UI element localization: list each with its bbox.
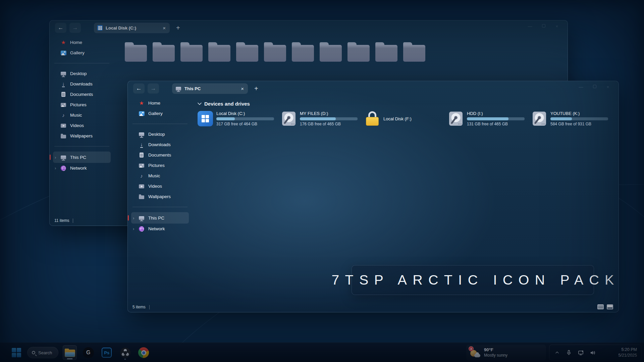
videos-icon (60, 124, 66, 128)
windows-drive-icon (97, 25, 103, 31)
folder-icon[interactable] (292, 42, 314, 62)
sidebar-item-gallery[interactable]: Gallery (53, 48, 111, 58)
window-controls: — × (579, 85, 609, 89)
back-button[interactable]: ← (133, 83, 145, 94)
sidebar-item-documents[interactable]: Documents (53, 89, 111, 100)
chevron-right-icon[interactable]: › (55, 166, 56, 171)
tab-title: Local Disk (C:) (106, 25, 159, 31)
folder-icon[interactable] (375, 42, 397, 62)
chevron-right-icon[interactable]: › (133, 216, 134, 221)
tab-title: This PC (184, 86, 237, 91)
sidebar-item-desktop[interactable]: Desktop (131, 129, 189, 139)
close-button[interactable]: × (606, 85, 609, 89)
sun-cloud-icon: 3 (470, 348, 480, 357)
new-tab-button[interactable]: + (176, 24, 180, 32)
folder-icon[interactable] (208, 42, 230, 62)
sidebar-separator (54, 63, 109, 63)
minimize-button[interactable]: — (579, 85, 583, 89)
new-tab-button[interactable]: + (254, 85, 258, 93)
sidebar-item-this-pc[interactable]: › This PC (53, 152, 111, 163)
sidebar-item-wallpapers[interactable]: Wallpapers (131, 191, 189, 202)
start-button[interactable] (10, 346, 23, 359)
sidebar-item-videos[interactable]: Videos (53, 120, 111, 131)
sidebar-item-pictures[interactable]: Pictures (53, 100, 111, 110)
clock-date: 5/21/2025 (618, 353, 637, 358)
status-bar: 11 items (54, 218, 73, 223)
documents-icon (139, 153, 145, 158)
taskbar-chrome[interactable] (137, 345, 151, 360)
sidebar-item-home[interactable]: ★ Home (131, 98, 189, 108)
folder-icon[interactable] (180, 42, 203, 62)
pictures-icon (139, 164, 145, 168)
sidebar-item-downloads[interactable]: ↓ Downloads (53, 79, 111, 89)
forward-button[interactable]: → (148, 83, 159, 94)
drive-tile-f[interactable]: Local Disk (F:) (365, 111, 448, 126)
tab-this-pc[interactable]: This PC × (172, 83, 248, 94)
folder-icon[interactable] (320, 42, 342, 62)
chevron-up-icon[interactable] (554, 349, 560, 356)
minimize-button[interactable]: — (528, 24, 532, 28)
sidebar-item-downloads[interactable]: ↓ Downloads (131, 139, 189, 150)
sidebar-item-desktop[interactable]: Desktop (53, 68, 111, 79)
drive-tile-c[interactable]: Local Disk (C:) 317 GB free of 464 GB (198, 111, 281, 126)
weather-condition: Mostly sunny (484, 353, 507, 358)
chevron-right-icon[interactable]: › (133, 226, 134, 231)
chevron-down-icon (198, 102, 202, 105)
back-button[interactable]: ← (55, 23, 66, 33)
folder-icon[interactable] (125, 42, 147, 62)
taskbar-file-explorer[interactable] (63, 345, 77, 360)
banner-text: 7TSP ARCTIC ICON PACK (326, 272, 619, 288)
speaker-icon[interactable] (589, 349, 596, 356)
sidebar-separator (54, 146, 109, 146)
taskbar-logitech-ghub[interactable]: G (81, 345, 95, 360)
navigation-pane: ★ Home Gallery Desktop ↓ Downloads Docum… (128, 96, 192, 312)
weather-widget[interactable]: 3 90°F Mostly sunny (466, 345, 546, 361)
large-icons-view-icon[interactable] (607, 304, 613, 309)
drive-tile-d[interactable]: MY FILES (D:) 176 GB free of 465 GB (281, 111, 365, 126)
details-view-icon[interactable] (597, 304, 604, 309)
sidebar-item-home[interactable]: ★ Home (53, 37, 111, 48)
microphone-icon[interactable] (566, 349, 572, 356)
folder-icon[interactable] (403, 42, 425, 62)
drive-list: Local Disk (C:) 317 GB free of 464 GB MY… (198, 111, 619, 126)
tab-local-disk-c[interactable]: Local Disk (C:) × (94, 23, 170, 33)
taskbar-clock[interactable]: 5:20 PM 5/21/2025 (618, 347, 637, 358)
display-cast-icon[interactable] (577, 349, 584, 356)
maximize-button[interactable] (542, 24, 545, 27)
folder-icon[interactable] (347, 42, 370, 62)
sidebar-item-gallery[interactable]: Gallery (131, 108, 189, 119)
wallpapers-folder-icon (60, 134, 66, 138)
maximize-button[interactable] (593, 85, 596, 88)
sidebar-item-documents[interactable]: Documents (131, 150, 189, 160)
drive-tile-k[interactable]: YOUTUBE (K:) 584 GB free of 931 GB (532, 111, 615, 126)
sidebar-item-pictures[interactable]: Pictures (131, 160, 189, 171)
running-app-indicator (124, 359, 126, 360)
capacity-bar (216, 117, 274, 120)
taskbar-obs[interactable] (118, 345, 132, 360)
sidebar-item-this-pc[interactable]: › This PC (131, 212, 189, 224)
sidebar-item-network[interactable]: › Network (53, 163, 111, 173)
search-box[interactable]: Search (27, 347, 58, 358)
close-tab-icon[interactable]: × (162, 25, 166, 31)
status-divider (149, 305, 150, 309)
close-button[interactable]: × (555, 24, 558, 28)
forward-button[interactable]: → (69, 23, 81, 33)
taskbar-photoshop[interactable]: Ps (100, 345, 114, 360)
sidebar-item-music[interactable]: ♪ Music (53, 110, 111, 120)
drive-tile-i[interactable]: HDD (I:) 131 GB free of 465 GB (448, 111, 532, 126)
section-devices-and-drives[interactable]: Devices and drives (198, 101, 619, 107)
bitlocker-padlock-icon (365, 111, 380, 126)
folder-icon[interactable] (236, 42, 258, 62)
hard-disk-icon (448, 111, 464, 126)
chevron-right-icon[interactable]: › (55, 155, 56, 160)
folder-icon[interactable] (264, 42, 286, 62)
close-tab-icon[interactable]: × (240, 86, 245, 92)
this-pc-icon (139, 216, 145, 220)
tab-strip: ← → Local Disk (C:) × + — × (50, 20, 568, 35)
sidebar-item-videos[interactable]: Videos (131, 181, 189, 191)
capacity-bar (300, 117, 358, 120)
sidebar-item-network[interactable]: › Network (131, 224, 189, 234)
sidebar-item-wallpapers[interactable]: Wallpapers (53, 131, 111, 141)
sidebar-item-music[interactable]: ♪ Music (131, 171, 189, 181)
folder-icon[interactable] (153, 42, 175, 62)
